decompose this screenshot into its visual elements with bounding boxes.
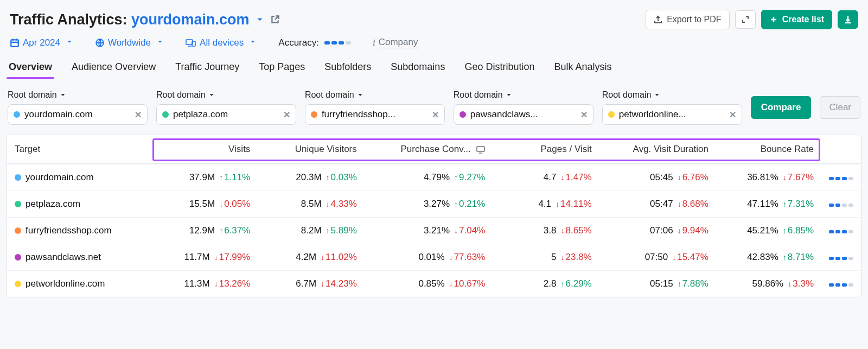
col-bounce-rate[interactable]: Bounce Rate (716, 135, 821, 164)
export-pdf-button[interactable]: Export to PDF (646, 10, 729, 29)
chevron-down-icon (208, 91, 215, 99)
col-avg-visit-duration[interactable]: Avg. Visit Duration (599, 135, 716, 164)
close-icon[interactable]: ✕ (580, 110, 588, 120)
cell-bounce-rate: 47.11% ↑7.31% (716, 191, 821, 218)
company-link[interactable]: i Company (373, 37, 418, 48)
external-link-icon[interactable] (270, 15, 280, 24)
upload-icon (654, 15, 662, 24)
create-list-label: Create list (782, 15, 824, 24)
tab-traffic-journey[interactable]: Traffic Journey (173, 57, 241, 79)
col-target[interactable]: Target (7, 135, 151, 164)
competitor-chip[interactable]: petplaza.com✕ (156, 104, 296, 125)
target-domain: pawsandclaws.net (25, 252, 101, 263)
competitor-chip[interactable]: yourdomain.com✕ (8, 104, 148, 125)
root-domain-selector[interactable]: Root domain (8, 90, 148, 100)
tab-subfolders[interactable]: Subfolders (322, 57, 373, 79)
date-filter[interactable]: Apr 2024 (10, 37, 73, 48)
title-domain[interactable]: yourdomain.com (131, 11, 250, 28)
metrics-table: TargetVisitsUnique VisitorsPurchase Conv… (7, 135, 861, 297)
close-icon[interactable]: ✕ (135, 110, 142, 120)
download-icon (844, 15, 852, 24)
chevron-down-icon (156, 37, 164, 48)
target-domain: furryfriendsshop.com (25, 225, 112, 236)
target-domain: yourdomain.com (25, 172, 94, 183)
cell-visits: 37.9M ↑1.11% (151, 164, 258, 191)
table-row[interactable]: petplaza.com15.5M ↓0.05%8.5M ↓4.33%3.27%… (7, 191, 861, 218)
competitor-chip[interactable]: furryfriendsshop...✕ (305, 104, 445, 125)
cell-pages-per-visit: 4.7 ↓1.47% (493, 164, 599, 191)
create-list-button[interactable]: Create list (761, 10, 832, 29)
cell-pages-per-visit: 5 ↓23.8% (493, 244, 599, 271)
cell-visits: 15.5M ↓0.05% (151, 191, 258, 218)
competitor-chip[interactable]: pawsandclaws...✕ (454, 104, 593, 125)
col-unique-visitors[interactable]: Unique Visitors (258, 135, 364, 164)
target-domain: petplaza.com (25, 199, 80, 210)
cell-bounce-rate: 42.83% ↑8.71% (716, 244, 821, 271)
chip-domain: petworldonline... (619, 109, 725, 120)
root-domain-selector[interactable]: Root domain (156, 90, 296, 100)
svg-rect-0 (11, 40, 18, 46)
competitor-chips-row: Root domain yourdomain.com✕Root domain p… (0, 79, 868, 132)
tab-geo-distribution[interactable]: Geo Distribution (462, 57, 537, 79)
col-purchase-conv-[interactable]: Purchase Conv... (365, 135, 493, 164)
close-icon[interactable]: ✕ (432, 110, 439, 120)
tab-overview[interactable]: Overview (7, 57, 54, 79)
table-row[interactable]: furryfriendsshop.com12.9M ↑6.37%8.2M ↑5.… (7, 218, 861, 244)
chevron-down-icon (66, 37, 73, 48)
devices-filter[interactable]: All devices (186, 37, 257, 48)
cell-unique-visitors: 8.5M ↓4.33% (258, 191, 364, 218)
cell-bounce-rate: 36.81% ↓7.67% (716, 164, 821, 191)
chevron-down-icon (653, 91, 661, 99)
domain-chevron-down-icon[interactable] (255, 15, 265, 24)
accuracy: Accuracy: (278, 37, 351, 48)
root-domain-selector[interactable]: Root domain (454, 90, 593, 100)
date-filter-label: Apr 2024 (23, 37, 60, 48)
tab-bulk-analysis[interactable]: Bulk Analysis (552, 57, 614, 79)
cell-visits: 12.9M ↑6.37% (151, 218, 258, 244)
root-domain-selector[interactable]: Root domain (305, 90, 445, 100)
cell-pages-per-visit: 2.8 ↑6.29% (493, 271, 599, 297)
table-row[interactable]: pawsandclaws.net11.7M ↓17.99%4.2M ↓11.02… (7, 244, 861, 271)
table-row[interactable]: petworldonline.com11.3M ↓13.26%6.7M ↓14.… (7, 271, 861, 297)
chip-domain: furryfriendsshop... (322, 109, 427, 120)
accuracy-label: Accuracy: (278, 37, 319, 48)
cell-purchase-conv: 3.21% ↓7.04% (365, 218, 493, 244)
cell-unique-visitors: 20.3M ↑0.03% (258, 164, 364, 191)
cell-pages-per-visit: 4.1 ↓14.11% (493, 191, 599, 218)
cell-visits: 11.7M ↓17.99% (151, 244, 258, 271)
close-icon[interactable]: ✕ (283, 110, 290, 120)
color-dot-icon (459, 111, 466, 118)
color-dot-icon (15, 227, 21, 234)
region-filter[interactable]: Worldwide (95, 37, 164, 48)
chip-domain: petplaza.com (173, 109, 279, 120)
tab-subdomains[interactable]: Subdomains (388, 57, 447, 79)
accuracy-bars-icon (829, 230, 853, 233)
color-dot-icon (15, 254, 21, 261)
cell-purchase-conv: 4.79% ↑9.27% (365, 164, 493, 191)
cell-avg-duration: 05:47 ↓8.68% (599, 191, 716, 218)
close-icon[interactable]: ✕ (729, 110, 736, 120)
tab-audience-overview[interactable]: Audience Overview (69, 57, 158, 79)
cell-bounce-rate: 59.86% ↓3.3% (716, 271, 821, 297)
table-row[interactable]: yourdomain.com37.9M ↑1.11%20.3M ↑0.03%4.… (7, 164, 861, 191)
expand-button[interactable] (735, 10, 756, 29)
root-domain-selector[interactable]: Root domain (602, 90, 742, 100)
tab-top-pages[interactable]: Top Pages (257, 57, 307, 79)
col-visits[interactable]: Visits (151, 135, 258, 164)
compare-button[interactable]: Compare (751, 96, 812, 119)
col-pages-visit[interactable]: Pages / Visit (493, 135, 599, 164)
info-icon: i (373, 37, 375, 48)
tabs: OverviewAudience OverviewTraffic Journey… (0, 57, 868, 79)
cell-accuracy (821, 218, 861, 244)
target-domain: petworldonline.com (25, 278, 105, 289)
cell-accuracy (821, 244, 861, 271)
export-pdf-label: Export to PDF (667, 15, 721, 24)
cell-avg-duration: 07:50 ↓15.47% (599, 244, 716, 271)
chip-domain: yourdomain.com (24, 109, 130, 120)
competitor-chip[interactable]: petworldonline...✕ (602, 104, 742, 125)
cell-purchase-conv: 3.27% ↑0.21% (365, 191, 493, 218)
region-filter-label: Worldwide (108, 37, 151, 48)
download-button[interactable] (838, 10, 858, 29)
clear-button[interactable]: Clear (820, 96, 860, 119)
chevron-down-icon (249, 37, 257, 48)
